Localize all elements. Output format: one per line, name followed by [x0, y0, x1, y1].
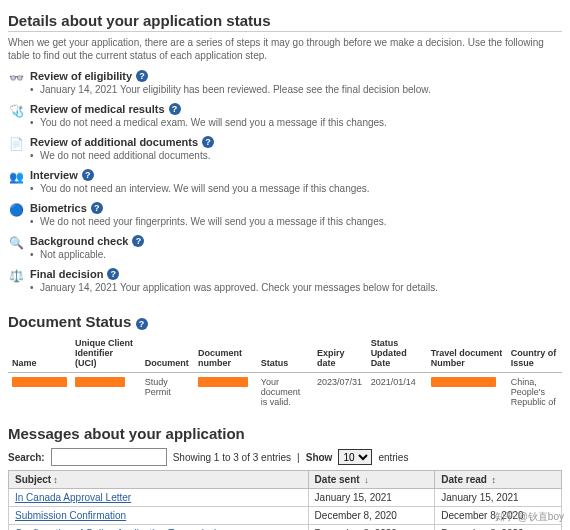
redacted-uci — [75, 377, 125, 387]
step-biometrics: 🔵Biometrics?We do not need your fingerpr… — [8, 202, 562, 233]
step-review-medical: 🩺Review of medical results?You do not ne… — [8, 103, 562, 134]
table-row: In Canada Approval LetterJanuary 15, 202… — [9, 489, 562, 507]
help-icon[interactable]: ? — [136, 318, 148, 330]
details-title: Details about your application status — [8, 12, 562, 32]
help-icon[interactable]: ? — [82, 169, 94, 181]
cell-date-read: December 8, 2020 — [435, 525, 562, 531]
cell-country: China, People's Republic of — [507, 373, 562, 412]
col-status: Status — [257, 336, 313, 373]
help-icon[interactable]: ? — [107, 268, 119, 280]
sort-down-icon: ↓ — [362, 475, 369, 485]
messages-title: Messages about your application — [8, 425, 562, 444]
step-interview: 👥Interview?You do not need an interview.… — [8, 169, 562, 200]
search-label: Search: — [8, 452, 45, 463]
step-desc: You do not need a medical exam. We will … — [30, 117, 562, 128]
doc-status-title: Document Status ? — [8, 313, 562, 332]
step-background-check: 🔍Background check?Not applicable. — [8, 235, 562, 266]
show-label: Show — [306, 452, 333, 463]
step-final-decision: ⚖️Final decision?January 14, 2021 Your a… — [8, 268, 562, 299]
message-link[interactable]: In Canada Approval Letter — [15, 492, 131, 503]
step-title: Interview — [30, 169, 78, 181]
help-icon[interactable]: ? — [136, 70, 148, 82]
help-icon[interactable]: ? — [132, 235, 144, 247]
final-decision-icon: ⚖️ — [8, 268, 24, 284]
help-icon[interactable]: ? — [202, 136, 214, 148]
col-document: Document — [141, 336, 194, 373]
col-date-sent[interactable]: Date sent ↓ — [308, 471, 435, 489]
redacted-name — [12, 377, 67, 387]
step-title: Review of additional documents — [30, 136, 198, 148]
step-desc: January 14, 2021 Your application was ap… — [30, 282, 562, 293]
cell-date-sent: January 15, 2021 — [308, 489, 435, 507]
step-review-additional: 📄Review of additional documents?We do no… — [8, 136, 562, 167]
step-desc: You do not need an interview. We will se… — [30, 183, 562, 194]
messages-table: Subject↕ Date sent ↓ Date read ↕ In Cana… — [8, 470, 562, 530]
cell-document: Study Permit — [141, 373, 194, 412]
col-updated: Status Updated Date — [367, 336, 427, 373]
col-uci: Unique Client Identifier (UCI) — [71, 336, 141, 373]
col-travel: Travel document Number — [427, 336, 507, 373]
review-additional-icon: 📄 — [8, 136, 24, 152]
doc-status-table: Name Unique Client Identifier (UCI) Docu… — [8, 336, 562, 411]
watermark: 知乎 @钬直boy — [495, 510, 564, 524]
col-expiry: Expiry date — [313, 336, 367, 373]
details-intro: When we get your application, there are … — [8, 36, 562, 62]
page-size-select[interactable]: 10 — [338, 449, 372, 465]
sort-icon: ↕ — [53, 475, 58, 485]
step-desc: We do not need additional documents. — [30, 150, 562, 161]
step-title: Review of medical results — [30, 103, 165, 115]
sort-icon: ↕ — [489, 475, 496, 485]
review-eligibility-icon: 👓 — [8, 70, 24, 86]
step-desc: Not applicable. — [30, 249, 562, 260]
search-input[interactable] — [51, 448, 167, 466]
background-check-icon: 🔍 — [8, 235, 24, 251]
table-row: Confirmation of Online Application Trans… — [9, 525, 562, 531]
step-title: Final decision — [30, 268, 103, 280]
cell-expiry: 2023/07/31 — [313, 373, 367, 412]
message-link[interactable]: Submission Confirmation — [15, 510, 126, 521]
biometrics-icon: 🔵 — [8, 202, 24, 218]
step-desc: We do not need your fingerprints. We wil… — [30, 216, 562, 227]
cell-status: Your document is valid. — [257, 373, 313, 412]
col-name: Name — [8, 336, 71, 373]
cell-date-sent: December 8, 2020 — [308, 525, 435, 531]
showing-text: Showing 1 to 3 of 3 entries — [173, 452, 291, 463]
cell-date-sent: December 8, 2020 — [308, 507, 435, 525]
col-docnum: Document number — [194, 336, 257, 373]
redacted-travel — [431, 377, 496, 387]
interview-icon: 👥 — [8, 169, 24, 185]
step-review-eligibility: 👓Review of eligibility?January 14, 2021 … — [8, 70, 562, 101]
cell-date-read: January 15, 2021 — [435, 489, 562, 507]
step-title: Review of eligibility — [30, 70, 132, 82]
cell-updated: 2021/01/14 — [367, 373, 427, 412]
table-row: Submission ConfirmationDecember 8, 2020D… — [9, 507, 562, 525]
help-icon[interactable]: ? — [169, 103, 181, 115]
col-subject[interactable]: Subject↕ — [9, 471, 309, 489]
col-country: Country of Issue — [507, 336, 562, 373]
step-title: Biometrics — [30, 202, 87, 214]
review-medical-icon: 🩺 — [8, 103, 24, 119]
col-date-read[interactable]: Date read ↕ — [435, 471, 562, 489]
redacted-docnum — [198, 377, 248, 387]
entries-label: entries — [378, 452, 408, 463]
step-title: Background check — [30, 235, 128, 247]
table-row: Study Permit Your document is valid. 202… — [8, 373, 562, 412]
help-icon[interactable]: ? — [91, 202, 103, 214]
step-desc: January 14, 2021 Your eligibility has be… — [30, 84, 562, 95]
